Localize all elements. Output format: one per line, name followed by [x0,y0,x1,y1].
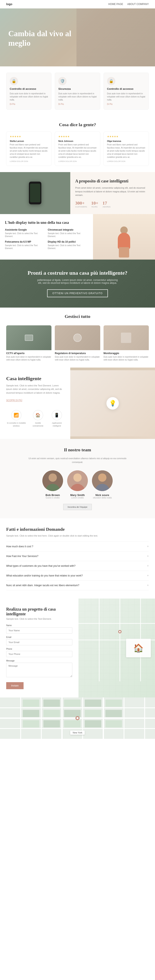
message-input[interactable] [6,663,72,677]
hero-section: Cambia dal vivo al meglio [0,8,155,67]
svg-rect-23 [105,700,122,707]
email-field-wrap: Email [6,636,72,645]
cta-button[interactable]: OTTIENI UN PREVENTIVO GRATUITO [47,290,108,297]
feature-link-1[interactable]: Di Più [10,103,48,105]
about-title: A proposito di case intelligenti [75,178,150,184]
nav-home[interactable]: HOME PAGE [108,3,123,6]
team-avatar-2 [67,470,88,491]
manage-img-2 [55,325,100,350]
hub-feature-title-3: Fotocamera da 6.5 MP [5,240,45,243]
hub-feature-title-4: Display HD da 10 pollici [48,240,88,243]
svg-point-7 [119,631,121,633]
logo: logo [6,3,13,6]
stat-label-2: YEARS [91,206,98,208]
faq-item-1[interactable]: How much does it cost ? + [6,541,149,551]
hub-feature-2: Chromecast integrato Sample text. Click … [48,228,88,238]
hub-title: L'hub display tutto in uno della tua cas… [5,220,88,225]
hub-section: L'hub display tutto in uno della tua cas… [0,214,155,259]
team-title: Il nostro team [6,447,149,457]
stars-1: ★★★★★ [10,135,48,138]
contact-map: 🏠 [79,598,155,697]
testimonial-text-3: Proin sed libero nam pretend sed faucibu… [107,143,145,159]
name-input[interactable] [6,627,72,633]
faq-item-3[interactable]: What types of customers do you have that… [6,561,149,571]
faq-title: Fatti e informazioni Domande [6,527,149,534]
email-label: Email [6,636,72,638]
submit-button[interactable]: Inviare [6,682,24,689]
date-1: LOREM DOLOR DON [10,160,48,162]
email-input[interactable] [6,639,72,645]
feature-icon-1: 🔒 [10,77,18,85]
testimonial-2: ★★★★★ Nick Johnson Proin sed libero nam … [55,132,100,166]
feature-title-1: Controllo di accesso [10,87,48,91]
about-section: A proposito di case intelligenti Proin a… [0,172,155,214]
svg-rect-19 [23,700,39,707]
faq-question-5: Nunc sit amet nibh diam. Integer iaculis… [6,584,79,587]
faq-chevron-4: + [147,574,149,578]
contact-section: Realizza un progetto di casa intelligent… [0,598,155,697]
name-field-wrap: Name [6,624,72,633]
nav-about[interactable]: ABOUT COMPANY [127,3,149,6]
cta-title: Pronti a costruire una casa più intellig… [8,270,147,276]
faq-item-5[interactable]: Nunc sit amet nibh diam. Integer iaculis… [6,581,149,590]
about-image-inner [0,172,70,214]
message-label: Message [6,660,72,662]
team-row: Bob Brown Guest e credito Mary Smith Lor… [6,470,149,499]
smart-home-section: Casa intelligente Sample text. Click to … [0,368,155,439]
stars-3: ★★★★★ [107,135,145,138]
svg-rect-22 [85,700,101,707]
date-3: LOREM DOLOR DON [107,160,145,162]
author-3: Olga Ivanova [107,140,145,142]
phone-label: Phone [6,648,72,650]
stat-num-2: 10+ [91,200,98,206]
svg-rect-30 [43,720,60,727]
hub-feature-desc-4: Sample text. Click to select the Text El… [48,244,88,250]
team-intro: Ut enim ad minim veniam, quis nostrud ex… [26,457,129,464]
phone-input[interactable] [6,651,72,657]
smart-title: Casa intelligente [6,376,64,382]
svg-rect-32 [85,720,101,727]
faq-chevron-1: + [147,545,149,548]
feature-desc-1: Duis aute irure dolor in reprehenderit i… [10,92,48,101]
svg-rect-26 [64,710,81,717]
smart-icon-label-2: Gestite centralmente [32,422,45,428]
hub-feature-desc-2: Sample text. Click to select the Text El… [48,232,88,238]
hero-image-overlay [76,8,155,67]
cta-description: pellentesque ut ligula. Lorem ipsum dolo… [36,278,119,285]
smart-icon-circle-3: 📱 [52,410,62,420]
navigation: logo HOME PAGE ABOUT COMPANY [0,0,155,8]
smart-icon-label-1: Si connette in modalità wireless [6,422,27,428]
name-label: Name [6,624,72,627]
feature-desc-2: Duis aute irure dolor in reprehenderit i… [58,92,96,101]
about-description: Proin amet dolor sit amet, consectetur a… [75,186,150,197]
manage-card-2: Regolatore di temperatura Duis aute irur… [55,325,100,361]
team-button[interactable]: Incontra de l'équipe [63,504,92,510]
map-section: New York [0,697,155,739]
smart-link[interactable]: SCOPRI DI PIÙ [6,399,22,402]
svg-rect-33 [105,720,122,727]
feature-link-2[interactable]: Di Più [58,103,96,105]
smart-image: 💡 [70,368,155,439]
faq-item-2[interactable]: How Fast Are Your Services? + [6,551,149,561]
hub-content: L'hub display tutto in uno della tua cas… [0,214,93,259]
phone-field-wrap: Phone [6,648,72,657]
stat-2: 10+ YEARS [91,200,98,208]
team-avatar-1 [43,470,63,491]
svg-rect-31 [64,720,81,727]
faq-item-4[interactable]: What education and/or training do you ha… [6,571,149,581]
smart-icon-label-3: Applicazioni intelligenti [50,422,64,428]
feature-link-3[interactable]: Di Più [107,103,145,105]
hub-feature-title-1: Assistente Google [5,228,45,231]
team-role-2: Lorem credito [67,496,88,499]
feature-card-1: 🔒 Controllo di accesso Duis aute irure d… [6,73,51,110]
testimonial-1: ★★★★★ Stella Larson Proin sed libero nam… [6,132,51,166]
feature-desc-3: Duis aute irure dolor in reprehenderit i… [107,92,145,101]
faq-question-1: How much does it cost ? [6,545,33,548]
feature-card-3: 🔒 Controllo di accesso Duis aute irure d… [104,73,149,110]
testimonial-text-1: Proin sed libero nam pretend sed faucibu… [10,143,48,159]
manage-desc-3: Duis aute irure dolor in reprehenderit i… [104,356,149,361]
hub-features: Assistente Google Sample text. Click to … [5,228,88,250]
feature-title-3: Controllo di accesso [107,87,145,91]
stat-1: 300+ CUSTOMERS [75,200,87,208]
faq-question-4: What education and/or training do you ha… [6,574,83,577]
